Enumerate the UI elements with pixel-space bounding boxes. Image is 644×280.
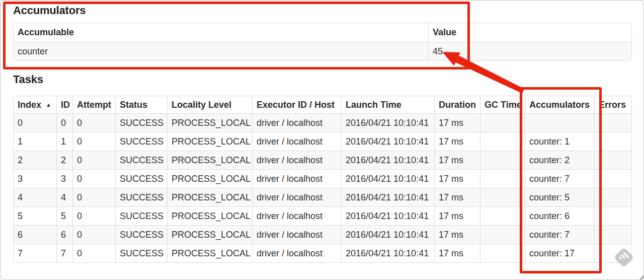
accumulators-column-header[interactable]: Accumulators [525, 96, 594, 113]
task-cell-accumulators: counter: 6 [525, 206, 594, 225]
task-cell-status: SUCCESS [115, 244, 167, 262]
task-cell-status: SUCCESS [115, 225, 167, 244]
task-cell-launch-time: 2016/04/21 10:10:41 [341, 132, 434, 151]
task-cell-attempt: 0 [72, 244, 115, 262]
task-cell-attempt: 0 [72, 132, 115, 151]
task-cell-id: 3 [56, 169, 72, 188]
task-cell-launch-time: 2016/04/21 10:10:41 [341, 169, 434, 188]
task-cell-attempt: 0 [72, 169, 115, 188]
tasks-heading: Tasks [13, 73, 43, 86]
task-cell-gc-time [480, 188, 525, 206]
task-cell-errors [594, 169, 631, 188]
task-row: 770SUCCESSPROCESS_LOCALdriver / localhos… [14, 244, 631, 262]
task-cell-id: 2 [56, 151, 72, 169]
task-cell-locality-level: PROCESS_LOCAL [167, 113, 252, 132]
task-cell-gc-time [480, 169, 525, 188]
task-cell-duration: 17 ms [434, 132, 480, 151]
task-cell-launch-time: 2016/04/21 10:10:41 [341, 206, 434, 225]
task-cell-index: 3 [14, 169, 56, 188]
accumulator-row: counter 45 [14, 42, 631, 60]
task-cell-accumulators: counter: 17 [525, 244, 594, 262]
task-row: 550SUCCESSPROCESS_LOCALdriver / localhos… [14, 206, 631, 225]
locality-level-column-header[interactable]: Locality Level [167, 96, 252, 113]
id-column-header[interactable]: ID [56, 96, 72, 113]
task-cell-launch-time: 2016/04/21 10:10:41 [341, 113, 434, 132]
task-cell-id: 1 [56, 132, 72, 151]
task-cell-id: 4 [56, 188, 72, 206]
task-cell-duration: 17 ms [434, 244, 480, 262]
task-cell-status: SUCCESS [115, 169, 167, 188]
index-column-header[interactable]: Index▲ [14, 96, 56, 113]
task-cell-gc-time [480, 244, 525, 262]
accumulators-heading: Accumulators [13, 4, 86, 17]
task-cell-executor-id-host: driver / localhost [252, 206, 341, 225]
accumulable-column-header: Accumulable [14, 23, 428, 42]
task-cell-index: 6 [14, 225, 56, 244]
task-cell-index: 7 [14, 244, 56, 262]
task-row: 660SUCCESSPROCESS_LOCALdriver / localhos… [14, 225, 631, 244]
tasks-header-row: Index▲ ID Attempt Status Locality Level … [14, 96, 631, 113]
task-cell-gc-time [480, 132, 525, 151]
task-cell-errors [594, 244, 631, 262]
spark-stage-page: Accumulators Accumulable Value counter 4… [0, 0, 644, 280]
attempt-column-header[interactable]: Attempt [72, 96, 115, 113]
task-row: 440SUCCESSPROCESS_LOCALdriver / localhos… [14, 188, 631, 206]
index-column-label: Index [18, 100, 41, 110]
task-cell-errors [594, 188, 631, 206]
task-cell-duration: 17 ms [434, 206, 480, 225]
task-cell-attempt: 0 [72, 225, 115, 244]
task-cell-accumulators: counter: 7 [525, 169, 594, 188]
accumulable-cell: counter [14, 42, 428, 60]
task-cell-index: 1 [14, 132, 56, 151]
task-cell-index: 2 [14, 151, 56, 169]
task-cell-executor-id-host: driver / localhost [252, 225, 341, 244]
status-column-header[interactable]: Status [115, 96, 167, 113]
tasks-table: Index▲ ID Attempt Status Locality Level … [13, 96, 632, 263]
task-cell-duration: 17 ms [434, 188, 480, 206]
task-cell-attempt: 0 [72, 151, 115, 169]
task-cell-executor-id-host: driver / localhost [252, 151, 341, 169]
task-row: 000SUCCESSPROCESS_LOCALdriver / localhos… [14, 113, 631, 132]
accumulators-table: Accumulable Value counter 45 [13, 23, 632, 61]
duration-column-header[interactable]: Duration [434, 96, 480, 113]
task-cell-locality-level: PROCESS_LOCAL [167, 132, 252, 151]
task-cell-attempt: 0 [72, 188, 115, 206]
task-cell-accumulators: counter: 7 [525, 225, 594, 244]
task-cell-id: 0 [56, 113, 72, 132]
task-cell-id: 5 [56, 206, 72, 225]
task-cell-executor-id-host: driver / localhost [252, 244, 341, 262]
executor-id-host-column-header[interactable]: Executor ID / Host [252, 96, 341, 113]
value-column-header: Value [428, 23, 631, 42]
task-cell-duration: 17 ms [434, 113, 480, 132]
task-cell-index: 4 [14, 188, 56, 206]
errors-column-header[interactable]: Errors [594, 96, 631, 113]
task-cell-accumulators: counter: 2 [525, 151, 594, 169]
task-cell-executor-id-host: driver / localhost [252, 188, 341, 206]
task-cell-status: SUCCESS [115, 132, 167, 151]
task-cell-gc-time [480, 206, 525, 225]
task-cell-errors [594, 225, 631, 244]
task-cell-index: 5 [14, 206, 56, 225]
corner-artifact [639, 274, 644, 280]
task-cell-errors [594, 132, 631, 151]
launch-time-column-header[interactable]: Launch Time [341, 96, 434, 113]
gc-time-column-header[interactable]: GC Time [480, 96, 525, 113]
task-cell-index: 0 [14, 113, 56, 132]
task-cell-executor-id-host: driver / localhost [252, 169, 341, 188]
task-cell-accumulators [525, 113, 594, 132]
task-cell-status: SUCCESS [115, 188, 167, 206]
task-cell-locality-level: PROCESS_LOCAL [167, 169, 252, 188]
task-cell-errors [594, 151, 631, 169]
task-cell-gc-time [480, 113, 525, 132]
sort-ascending-icon: ▲ [46, 102, 51, 108]
task-cell-status: SUCCESS [115, 206, 167, 225]
task-cell-errors [594, 113, 631, 132]
task-cell-accumulators: counter: 1 [525, 132, 594, 151]
task-cell-executor-id-host: driver / localhost [252, 113, 341, 132]
task-cell-attempt: 0 [72, 206, 115, 225]
task-cell-launch-time: 2016/04/21 10:10:41 [341, 225, 434, 244]
task-cell-status: SUCCESS [115, 113, 167, 132]
task-cell-id: 6 [56, 225, 72, 244]
task-cell-duration: 17 ms [434, 169, 480, 188]
task-cell-status: SUCCESS [115, 151, 167, 169]
